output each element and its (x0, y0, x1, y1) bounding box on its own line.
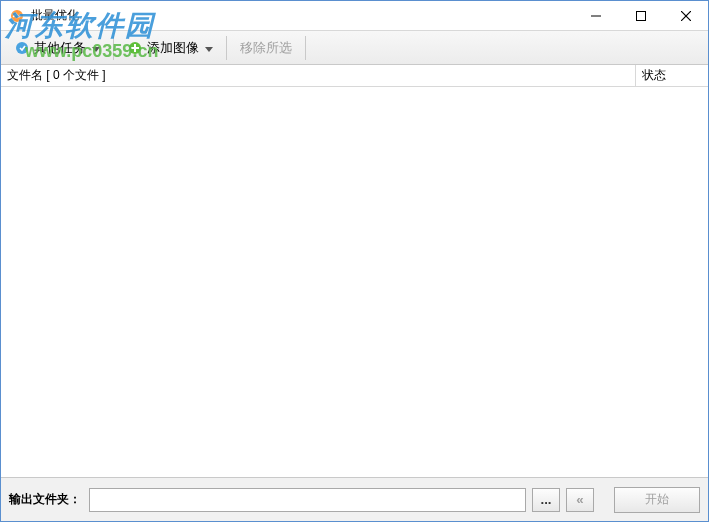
collapse-label: « (576, 492, 583, 507)
column-status[interactable]: 状态 (636, 65, 708, 86)
browse-label: ... (540, 492, 551, 507)
svg-rect-2 (636, 11, 645, 20)
separator (226, 36, 227, 60)
start-button[interactable]: 开始 (614, 487, 700, 513)
separator (113, 36, 114, 60)
browse-button[interactable]: ... (532, 488, 560, 512)
add-image-button[interactable]: 添加图像 (120, 34, 220, 62)
app-window: 批量优化 其他任务 添加图像 (0, 0, 709, 522)
chevron-down-icon (92, 40, 100, 55)
list-header: 文件名 [ 0 个文件 ] 状态 (1, 65, 708, 87)
remove-selected-label: 移除所选 (240, 39, 292, 57)
tasks-icon (14, 40, 30, 56)
maximize-button[interactable] (618, 1, 663, 30)
separator (305, 36, 306, 60)
output-folder-input[interactable] (89, 488, 526, 512)
maximize-icon (636, 11, 646, 21)
window-title: 批量优化 (31, 7, 79, 24)
file-list[interactable] (1, 87, 708, 477)
close-icon (681, 11, 691, 21)
other-tasks-label: 其他任务 (34, 39, 86, 57)
other-tasks-button[interactable]: 其他任务 (7, 34, 107, 62)
chevron-down-icon (205, 40, 213, 55)
column-filename[interactable]: 文件名 [ 0 个文件 ] (1, 65, 636, 86)
column-filename-label: 文件名 [ 0 个文件 ] (7, 67, 106, 84)
svg-point-0 (11, 10, 23, 22)
remove-selected-button[interactable]: 移除所选 (233, 34, 299, 62)
close-button[interactable] (663, 1, 708, 30)
add-icon (127, 40, 143, 56)
app-icon (9, 8, 25, 24)
toolbar: 其他任务 添加图像 移除所选 (1, 31, 708, 65)
column-status-label: 状态 (642, 67, 666, 84)
start-label: 开始 (645, 491, 669, 508)
svg-point-5 (16, 42, 28, 54)
titlebar: 批量优化 (1, 1, 708, 31)
bottom-bar: 输出文件夹： ... « 开始 (1, 477, 708, 521)
collapse-button[interactable]: « (566, 488, 594, 512)
minimize-icon (591, 11, 601, 21)
minimize-button[interactable] (573, 1, 618, 30)
output-folder-label: 输出文件夹： (9, 491, 81, 508)
add-image-label: 添加图像 (147, 39, 199, 57)
